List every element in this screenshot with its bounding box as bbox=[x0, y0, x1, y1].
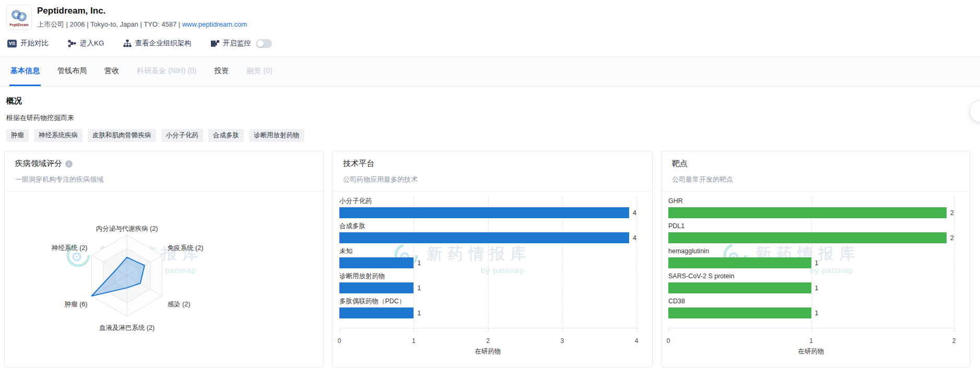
org-structure-button[interactable]: 查看企业组织架构 bbox=[123, 39, 192, 48]
bar-value-label: 1 bbox=[815, 285, 819, 292]
bar-row: SARS-CoV-2 S protein1 bbox=[668, 271, 954, 295]
company-website-link[interactable]: www.peptidream.com bbox=[182, 20, 247, 28]
peptidream-logo-icon bbox=[10, 8, 29, 24]
org-chart-icon bbox=[123, 39, 132, 48]
targets-title: 靶点 bbox=[672, 159, 688, 169]
tabbar: 基本信息管线布局营收科研基金 (NIH) (0)投资融资 (0) bbox=[0, 56, 980, 87]
bar bbox=[668, 307, 811, 318]
bar-row: 多肽偶联药物（PDC）1 bbox=[339, 297, 636, 321]
tab-basic-info[interactable]: 基本信息 bbox=[9, 57, 41, 86]
company-logo-text: PeptiDream bbox=[9, 23, 28, 27]
bar-row: PDL12 bbox=[668, 221, 954, 245]
bar bbox=[339, 207, 629, 218]
targets-card: 靶点 公司最常开发的靶点 新药情报库 by patsnap GHR2PDL12h… bbox=[661, 151, 970, 368]
tab-pipeline[interactable]: 管线布局 bbox=[56, 57, 88, 86]
x-axis-title: 在研药物 bbox=[339, 347, 636, 356]
bar-category-label: 合成多肽 bbox=[339, 221, 636, 231]
monitor-toggle[interactable] bbox=[256, 39, 272, 48]
disease-score-card: 疾病领域评分 i 一眼洞穿机构专注的疾病领域 新药情报库 by patsnap … bbox=[4, 151, 324, 368]
tech-platform-subtitle: 公司药物应用最多的技术 bbox=[343, 175, 642, 192]
bar-value-label: 1 bbox=[815, 259, 819, 267]
disease-score-subtitle: 一眼洞穿机构专注的疾病领域 bbox=[15, 175, 313, 192]
tag: 肿瘤 bbox=[6, 129, 29, 142]
x-axis bbox=[668, 328, 954, 332]
overview-description: 根据在研药物挖掘而来 bbox=[6, 113, 980, 123]
bar-category-label: CD38 bbox=[668, 297, 954, 306]
tab-financing: 融资 (0) bbox=[245, 57, 273, 86]
x-tick-label: 1 bbox=[809, 337, 813, 345]
bar-row: CD381 bbox=[668, 297, 954, 321]
x-axis-title: 在研药物 bbox=[668, 347, 954, 356]
gridline bbox=[636, 196, 637, 332]
bar-category-label: 多肽偶联药物（PDC） bbox=[339, 297, 636, 306]
bar-value-label: 1 bbox=[417, 310, 421, 317]
radar-axis-label: 血液及淋巴系统 (2) bbox=[99, 324, 155, 331]
bar-category-label: PDL1 bbox=[668, 221, 954, 231]
disease-score-title: 疾病领域评分 bbox=[15, 159, 62, 169]
overview-section: 概况 根据在研药物挖掘而来 肿瘤神经系统疾病皮肤和肌肉骨骼疾病小分子化药合成多肽… bbox=[0, 87, 980, 142]
x-tick-label: 0 bbox=[667, 337, 670, 345]
bar-row: hemagglutinin1 bbox=[668, 246, 954, 270]
tag: 合成多肽 bbox=[208, 129, 244, 142]
bar bbox=[339, 232, 629, 243]
bar-row: 合成多肽4 bbox=[339, 221, 636, 245]
bar-category-label: GHR bbox=[668, 196, 954, 206]
bar bbox=[339, 282, 414, 293]
monitor-toggle-group: 开启监控 bbox=[210, 39, 272, 48]
company-meta: 上市公司 | 2006 | Tokyo-to, Japan | TYO: 458… bbox=[37, 20, 247, 29]
x-tick-label: 1 bbox=[412, 337, 416, 345]
bar bbox=[668, 257, 811, 268]
vs-icon: VS bbox=[7, 40, 17, 48]
bar-value-label: 1 bbox=[417, 285, 421, 292]
compare-button[interactable]: VS 开始对比 bbox=[7, 39, 49, 48]
bar-category-label: hemagglutinin bbox=[668, 246, 954, 256]
tag: 神经系统疾病 bbox=[34, 129, 82, 142]
bar-category-label: 未知 bbox=[339, 246, 636, 256]
enter-kg-label: 进入KG bbox=[80, 39, 104, 48]
x-tick-label: 2 bbox=[486, 337, 490, 345]
bar-value-label: 2 bbox=[950, 234, 954, 242]
monitor-label: 开启监控 bbox=[223, 39, 251, 48]
bar-value-label: 1 bbox=[815, 310, 819, 317]
info-icon[interactable]: i bbox=[65, 160, 73, 168]
x-tick-label: 2 bbox=[952, 337, 956, 345]
bar-category-label: SARS-CoV-2 S protein bbox=[668, 271, 954, 281]
bar-category-label: 小分子化药 bbox=[339, 196, 636, 206]
radar-chart: 新药情报库 by patsnap 内分泌与代谢疾病 (2)免疫系统 (2)感染 … bbox=[5, 192, 323, 360]
radar-axis-label: 感染 (2) bbox=[168, 301, 191, 308]
monitor-icon bbox=[210, 40, 219, 48]
overview-title: 概况 bbox=[6, 96, 980, 106]
company-header: PeptiDream Peptidream, Inc. 上市公司 | 2006 … bbox=[0, 0, 980, 30]
bar-row: 诊断用放射药物1 bbox=[339, 271, 636, 295]
compare-button-label: 开始对比 bbox=[20, 39, 49, 48]
targets-bar-chart: 新药情报库 by patsnap GHR2PDL12hemagglutinin1… bbox=[662, 192, 970, 360]
x-tick-label: 0 bbox=[338, 337, 341, 345]
actions-row: VS 开始对比 进入KG 查看企业组织架构 bbox=[7, 39, 980, 48]
bar-category-label: 诊断用放射药物 bbox=[339, 271, 636, 281]
org-structure-label: 查看企业组织架构 bbox=[135, 39, 192, 48]
x-tick-label: 3 bbox=[560, 337, 564, 345]
radar-axis-label: 内分泌与代谢疾病 (2) bbox=[96, 225, 158, 232]
tab-revenue[interactable]: 营收 bbox=[103, 57, 120, 86]
gridline bbox=[954, 196, 954, 332]
bar-row: 小分子化药4 bbox=[339, 196, 636, 220]
bar bbox=[668, 282, 811, 293]
enter-kg-button[interactable]: 进入KG bbox=[67, 39, 104, 48]
radar-axis-label: 神经系统 (2) bbox=[51, 244, 88, 252]
bar-value-label: 4 bbox=[633, 234, 636, 242]
bar-row: 未知1 bbox=[339, 246, 636, 270]
bar bbox=[668, 207, 947, 218]
tag: 诊断用放射药物 bbox=[249, 129, 304, 142]
company-meta-text: 上市公司 | 2006 | Tokyo-to, Japan | TYO: 458… bbox=[37, 20, 182, 28]
company-name: Peptidream, Inc. bbox=[37, 6, 247, 16]
tech-platform-card: 技术平台 公司药物应用最多的技术 新药情报库 by patsnap 小分子化药4… bbox=[332, 151, 653, 368]
bar bbox=[339, 307, 414, 318]
targets-subtitle: 公司最常开发的靶点 bbox=[672, 175, 959, 192]
radar-axis-label: 免疫系统 (2) bbox=[168, 244, 204, 252]
x-tick-label: 4 bbox=[635, 337, 639, 345]
tab-nih-funding: 科研基金 (NIH) (0) bbox=[136, 57, 197, 86]
tab-investment[interactable]: 投资 bbox=[213, 57, 230, 86]
tag: 小分子化药 bbox=[161, 129, 204, 142]
bar-value-label: 4 bbox=[633, 209, 636, 217]
bar bbox=[668, 232, 947, 243]
